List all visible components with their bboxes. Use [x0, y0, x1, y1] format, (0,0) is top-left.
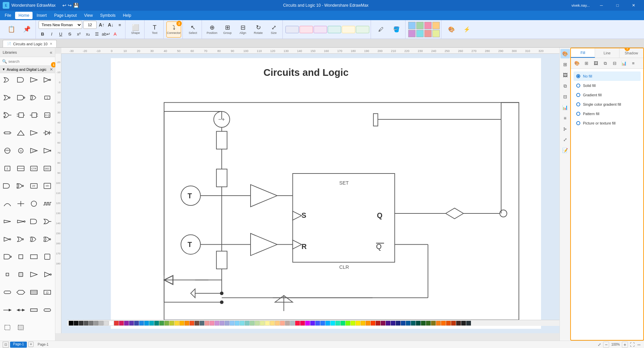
align-button[interactable]: ⊟ Align [235, 21, 250, 38]
color-swatch[interactable] [164, 321, 169, 326]
size-button[interactable]: ⤢ Size [266, 21, 281, 38]
single-color-gradient-option[interactable]: Single color gradient fill [574, 100, 641, 109]
font-size-input[interactable] [83, 21, 97, 29]
color-swatch[interactable] [104, 321, 109, 326]
undo-icon[interactable]: ↩ [62, 3, 66, 8]
rotate-button[interactable]: ↻ Rotate [251, 21, 266, 38]
font-shrink-button[interactable]: A↓ [107, 21, 115, 29]
save-icon[interactable]: 💾 [73, 3, 79, 8]
shape-xnor[interactable] [15, 181, 27, 191]
shape-button[interactable]: ⬜ Shape [128, 21, 143, 38]
shape-nand2[interactable] [1, 251, 13, 262]
color-swatch[interactable] [451, 321, 456, 326]
fit-width-button[interactable]: ↔ [637, 342, 641, 347]
no-fill-option[interactable]: No fill [574, 71, 641, 81]
color-swatch[interactable] [280, 321, 285, 326]
color-swatch[interactable] [436, 321, 441, 326]
fill-tool-5[interactable]: ⊟ [610, 59, 619, 67]
close-button[interactable]: ✕ [626, 0, 641, 11]
color-swatch[interactable] [386, 321, 390, 326]
theme-8[interactable] [432, 30, 440, 37]
italic-button[interactable]: I [48, 30, 56, 38]
color-swatch[interactable] [245, 321, 250, 326]
page-tab-1[interactable]: Page-1 [10, 342, 27, 348]
color-swatch[interactable] [255, 321, 260, 326]
redo-icon[interactable]: ↪ [68, 3, 72, 8]
menu-home[interactable]: Home [15, 12, 33, 19]
color-swatch[interactable] [315, 321, 320, 326]
theme-4[interactable] [432, 22, 440, 29]
menu-file[interactable]: File [1, 12, 14, 19]
color-swatch[interactable] [391, 321, 395, 326]
shape-last2[interactable] [15, 305, 27, 315]
shape-inv2[interactable] [1, 234, 13, 245]
color-swatch[interactable] [84, 321, 89, 326]
color-swatch[interactable] [320, 321, 325, 326]
superscript-button[interactable]: x² [75, 30, 83, 38]
fill-tool-7[interactable]: ≡ [629, 59, 637, 67]
search-input[interactable] [8, 58, 55, 64]
font-color-button[interactable]: A [111, 30, 119, 38]
color-swatch[interactable] [235, 321, 239, 326]
shape-mux[interactable] [15, 110, 27, 120]
zoom-out-button[interactable]: − [603, 342, 609, 348]
shape-xnor2[interactable] [41, 234, 53, 245]
color-swatch[interactable] [69, 321, 73, 326]
color-swatch[interactable] [351, 321, 355, 326]
color-swatch[interactable] [396, 321, 400, 326]
menu-insert[interactable]: Insert [33, 12, 50, 19]
shape-buffer[interactable] [28, 74, 40, 85]
shape-and-gate[interactable] [15, 74, 27, 85]
shape-dff[interactable]: D Q [41, 110, 53, 120]
shape-3-or-gate[interactable] [1, 110, 13, 120]
hierarchy-panel-button[interactable]: ⊱ [560, 124, 570, 134]
shape-circle2[interactable] [28, 198, 40, 209]
shape-buf-inv[interactable] [1, 216, 13, 227]
shape-last6[interactable] [15, 322, 27, 333]
fit-page-icon[interactable]: ⤢ [598, 342, 601, 347]
color-swatch[interactable] [260, 321, 265, 326]
shape-latch[interactable]: n/n [41, 181, 53, 191]
color-swatch[interactable] [446, 321, 451, 326]
select-button[interactable]: ↖ Select [185, 21, 200, 38]
color-swatch[interactable] [381, 321, 385, 326]
image-panel-button[interactable]: 🖼 [560, 70, 570, 80]
fullscreen-button[interactable]: ⛶ [630, 342, 635, 347]
theme-5[interactable] [408, 30, 416, 37]
shape-resistor[interactable] [1, 128, 13, 138]
shape-box3[interactable] [41, 251, 53, 262]
color-swatch[interactable] [441, 321, 446, 326]
color-swatch[interactable] [275, 321, 280, 326]
shape-freq-source[interactable]: 33MHz [1, 145, 13, 156]
shape-adder[interactable]: Σ [1, 163, 13, 174]
color-swatch[interactable] [406, 321, 411, 326]
shadow-tab[interactable]: Shadow [620, 48, 643, 58]
picture-fill-option[interactable]: Picture or texture fill [574, 118, 641, 128]
layers-panel-button[interactable]: ⧉ [560, 81, 570, 91]
shape-box[interactable] [15, 251, 27, 262]
shape-buffer3[interactable] [41, 145, 53, 156]
color-swatch[interactable] [371, 321, 375, 326]
color-swatch[interactable] [134, 321, 139, 326]
theme-1[interactable] [408, 22, 416, 29]
shape-xor2[interactable] [28, 234, 40, 245]
color-swatch[interactable] [74, 321, 78, 326]
shape-nor2[interactable] [15, 234, 27, 245]
theme-6[interactable] [416, 30, 424, 37]
color-swatch[interactable] [179, 321, 184, 326]
color-swatch[interactable] [300, 321, 305, 326]
paste-button[interactable]: 📌 [19, 21, 34, 38]
subscript-button[interactable]: x₂ [84, 30, 92, 38]
color-swatch[interactable] [149, 321, 154, 326]
sidebar-collapse-button[interactable]: « [50, 50, 52, 55]
menu-help[interactable]: Help [120, 12, 135, 19]
color-swatch[interactable] [270, 321, 275, 326]
table-panel-button[interactable]: ⊟ [560, 92, 570, 101]
color-swatch[interactable] [401, 321, 406, 326]
shape-triangle2[interactable] [28, 128, 40, 138]
shape-or3[interactable] [1, 181, 13, 191]
color-swatch[interactable] [154, 321, 159, 326]
shape-buffer2[interactable]: 1 [41, 92, 53, 103]
text-button[interactable]: T Text [147, 21, 162, 38]
color-swatch[interactable] [416, 321, 421, 326]
